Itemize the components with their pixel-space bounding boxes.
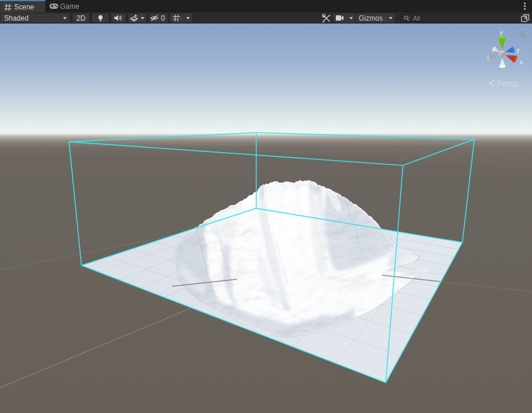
svg-text:x: x (520, 58, 523, 65)
svg-text:Persp: Persp (497, 79, 518, 88)
svg-text:Y: Y (176, 17, 180, 22)
svg-text:z: z (517, 47, 520, 54)
svg-text:y: y (500, 29, 503, 36)
